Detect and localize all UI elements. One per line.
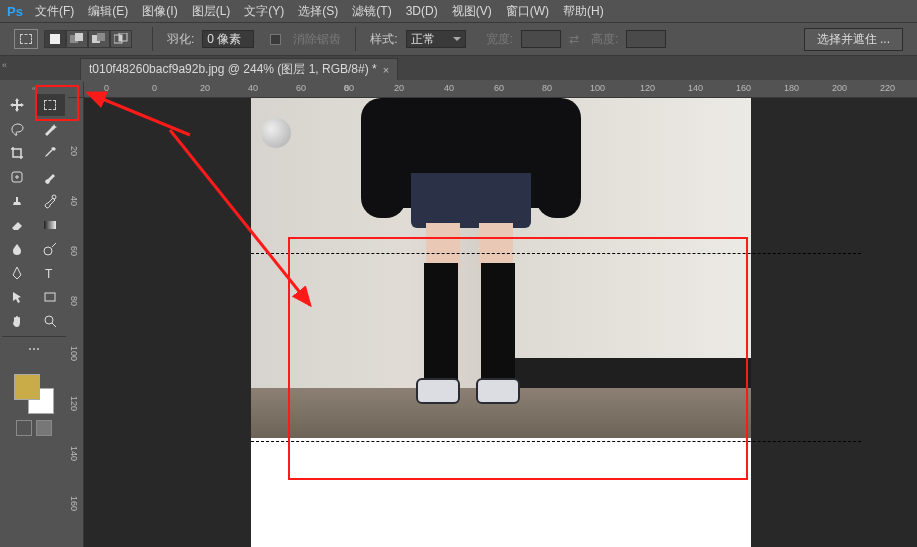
ruler-tick: 140 bbox=[69, 446, 79, 461]
image-content bbox=[251, 98, 751, 438]
ruler-tick: 100 bbox=[69, 346, 79, 361]
ruler-tick: 40 bbox=[69, 196, 79, 206]
eraser-tool[interactable] bbox=[2, 214, 32, 236]
menu-type[interactable]: 文字(Y) bbox=[237, 0, 291, 22]
feather-input[interactable]: 0 像素 bbox=[202, 30, 254, 48]
separator bbox=[152, 27, 153, 51]
width-input bbox=[521, 30, 561, 48]
ps-logo: Ps bbox=[2, 0, 28, 22]
svg-rect-7 bbox=[119, 35, 122, 41]
svg-rect-10 bbox=[44, 221, 56, 229]
style-dropdown[interactable]: 正常 bbox=[406, 30, 466, 48]
pen-tool[interactable] bbox=[2, 262, 32, 284]
new-selection-button[interactable] bbox=[44, 30, 66, 48]
menu-file[interactable]: 文件(F) bbox=[28, 0, 81, 22]
select-and-mask-button[interactable]: 选择并遮住 ... bbox=[804, 28, 903, 51]
menu-3d[interactable]: 3D(D) bbox=[399, 0, 445, 22]
ruler-tick: 40 bbox=[444, 83, 454, 93]
blur-tool[interactable] bbox=[2, 238, 32, 260]
work-area: 0 0 20 40 60 80 0 20 40 60 80 100 120 14… bbox=[68, 82, 917, 547]
ruler-tick: 60 bbox=[296, 83, 306, 93]
marquee-icon bbox=[20, 34, 32, 44]
menu-help[interactable]: 帮助(H) bbox=[556, 0, 611, 22]
zoom-tool[interactable] bbox=[35, 310, 65, 332]
menu-select[interactable]: 选择(S) bbox=[291, 0, 345, 22]
marquee-icon bbox=[44, 100, 56, 110]
subtract-selection-button[interactable] bbox=[88, 30, 110, 48]
ruler-tick: 180 bbox=[784, 83, 799, 93]
canvas-viewport[interactable] bbox=[84, 98, 917, 547]
menu-filter[interactable]: 滤镜(T) bbox=[345, 0, 398, 22]
ruler-tick: 0 bbox=[152, 83, 157, 93]
menu-layer[interactable]: 图层(L) bbox=[185, 0, 238, 22]
ruler-tick: 100 bbox=[590, 83, 605, 93]
horizontal-ruler[interactable]: 0 0 20 40 60 80 0 20 40 60 80 100 120 14… bbox=[84, 82, 917, 98]
ruler-tick: 80 bbox=[542, 83, 552, 93]
path-select-tool[interactable] bbox=[2, 286, 32, 308]
vertical-ruler[interactable]: 20 40 60 80 100 120 140 160 bbox=[68, 98, 84, 547]
rectangle-shape-tool[interactable] bbox=[35, 286, 65, 308]
eyedropper-tool[interactable] bbox=[35, 142, 65, 164]
svg-rect-2 bbox=[75, 33, 83, 41]
hand-tool[interactable] bbox=[2, 310, 32, 332]
active-tool-preview[interactable] bbox=[14, 29, 38, 49]
menu-image[interactable]: 图像(I) bbox=[135, 0, 184, 22]
svg-text:T: T bbox=[45, 267, 53, 281]
ruler-tick: 200 bbox=[832, 83, 847, 93]
separator bbox=[355, 27, 356, 51]
toolbox: « T ⋯ bbox=[0, 82, 68, 442]
document-tab-strip: t010f48260bacf9a92b.jpg @ 244% (图层 1, RG… bbox=[0, 56, 917, 80]
ruler-tick: 60 bbox=[494, 83, 504, 93]
ruler-tick: 120 bbox=[640, 83, 655, 93]
menu-view[interactable]: 视图(V) bbox=[445, 0, 499, 22]
document-canvas[interactable] bbox=[251, 98, 751, 547]
type-tool[interactable]: T bbox=[35, 262, 65, 284]
collapse-handle[interactable]: « bbox=[2, 60, 12, 70]
width-label: 宽度: bbox=[486, 31, 513, 48]
history-brush-tool[interactable] bbox=[35, 190, 65, 212]
ruler-tick: 0 bbox=[344, 83, 349, 93]
gradient-tool[interactable] bbox=[35, 214, 65, 236]
brush-tool[interactable] bbox=[35, 166, 65, 188]
ruler-tick: 140 bbox=[688, 83, 703, 93]
selection-marquee-top bbox=[251, 253, 861, 254]
add-to-selection-button[interactable] bbox=[66, 30, 88, 48]
ruler-tick: 120 bbox=[69, 396, 79, 411]
foreground-color-swatch[interactable] bbox=[14, 374, 40, 400]
spot-healing-tool[interactable] bbox=[2, 166, 32, 188]
color-swatches bbox=[2, 366, 66, 440]
document-tab-title: t010f48260bacf9a92b.jpg @ 244% (图层 1, RG… bbox=[89, 61, 377, 78]
document-tab[interactable]: t010f48260bacf9a92b.jpg @ 244% (图层 1, RG… bbox=[80, 58, 398, 80]
ruler-origin[interactable] bbox=[68, 82, 84, 98]
dodge-tool[interactable] bbox=[35, 238, 65, 260]
antialias-label: 消除锯齿 bbox=[293, 31, 341, 48]
lasso-tool[interactable] bbox=[2, 118, 32, 140]
crop-tool[interactable] bbox=[2, 142, 32, 164]
clone-stamp-tool[interactable] bbox=[2, 190, 32, 212]
menu-edit[interactable]: 编辑(E) bbox=[81, 0, 135, 22]
ruler-tick: 20 bbox=[69, 146, 79, 156]
feather-label: 羽化: bbox=[167, 31, 194, 48]
selection-mode-group bbox=[44, 30, 132, 48]
ruler-tick: 160 bbox=[736, 83, 751, 93]
svg-rect-4 bbox=[97, 33, 105, 41]
toolbox-collapse[interactable]: « bbox=[2, 84, 66, 94]
intersect-selection-button[interactable] bbox=[110, 30, 132, 48]
standard-mode-button[interactable] bbox=[16, 420, 32, 436]
menu-window[interactable]: 窗口(W) bbox=[499, 0, 556, 22]
ruler-tick: 20 bbox=[200, 83, 210, 93]
ruler-tick: 60 bbox=[69, 246, 79, 256]
chevron-down-icon bbox=[453, 37, 461, 41]
svg-rect-13 bbox=[45, 293, 55, 301]
selection-marquee-bottom bbox=[251, 441, 861, 442]
magic-wand-tool[interactable] bbox=[35, 118, 65, 140]
height-label: 高度: bbox=[591, 31, 618, 48]
rectangular-marquee-tool[interactable] bbox=[35, 94, 65, 116]
move-tool[interactable] bbox=[2, 94, 32, 116]
ruler-tick: 0 bbox=[104, 83, 109, 93]
quick-mask-button[interactable] bbox=[36, 420, 52, 436]
ruler-tick: 160 bbox=[69, 496, 79, 511]
ruler-tick: 20 bbox=[394, 83, 404, 93]
close-tab-icon[interactable]: × bbox=[383, 64, 389, 76]
options-bar: 羽化: 0 像素 消除锯齿 样式: 正常 宽度: ⇄ 高度: 选择并遮住 ... bbox=[0, 22, 917, 56]
